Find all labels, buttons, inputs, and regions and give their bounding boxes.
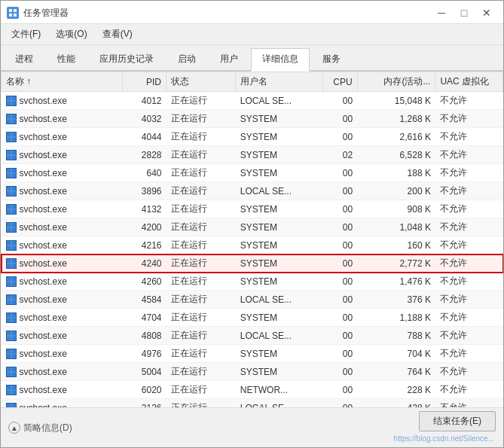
svg-rect-8 bbox=[7, 114, 11, 118]
brief-info-label[interactable]: 简略信息(D) bbox=[23, 422, 72, 434]
cell-user: LOCAL SE... bbox=[236, 399, 322, 408]
svg-rect-13 bbox=[12, 133, 16, 136]
col-header-status[interactable]: 状态 bbox=[166, 72, 236, 92]
cell-mem: 160 K bbox=[357, 236, 435, 254]
cell-status: 正在运行 bbox=[166, 327, 236, 345]
cell-name: svchost.exe bbox=[2, 146, 123, 164]
process-name: svchost.exe bbox=[20, 114, 67, 124]
svg-rect-46 bbox=[7, 282, 11, 286]
table-row[interactable]: svchost.exe640正在运行SYSTEM00188 K不允许 bbox=[2, 164, 503, 182]
svg-rect-14 bbox=[7, 138, 11, 142]
status-left: ▲ 简略信息(D) bbox=[8, 422, 72, 434]
cell-uac: 不允许 bbox=[435, 254, 503, 273]
col-header-name[interactable]: 名称 ↑ bbox=[2, 72, 123, 92]
cell-cpu: 00 bbox=[322, 309, 357, 327]
table-row[interactable]: svchost.exe4200正在运行SYSTEM001,048 K不允许 bbox=[2, 218, 503, 236]
table-row[interactable]: svchost.exe2136正在运行LOCAL SE...00428 K不允许 bbox=[2, 399, 503, 408]
process-icon bbox=[6, 331, 17, 341]
col-header-user[interactable]: 用户名 bbox=[236, 72, 322, 92]
table-row[interactable]: svchost.exe4044正在运行SYSTEM002,616 K不允许 bbox=[2, 128, 503, 146]
table-header: 名称 ↑ PID 状态 用户名 CPU 内存(活动... UAC 虚拟化 bbox=[2, 72, 503, 92]
svg-rect-28 bbox=[7, 205, 11, 209]
tab-进程[interactable]: 进程 bbox=[4, 48, 44, 70]
svg-rect-40 bbox=[7, 259, 11, 263]
table-row[interactable]: svchost.exe4704正在运行SYSTEM001,188 K不允许 bbox=[2, 309, 503, 327]
cell-status: 正在运行 bbox=[166, 92, 236, 110]
tab-详细信息[interactable]: 详细信息 bbox=[251, 48, 310, 72]
cell-mem: 6,528 K bbox=[357, 146, 435, 164]
table-row[interactable]: svchost.exe2828正在运行SYSTEM026,528 K不允许 bbox=[2, 146, 503, 164]
cell-pid: 4240 bbox=[123, 254, 166, 273]
svg-rect-22 bbox=[7, 174, 11, 178]
table-row[interactable]: svchost.exe4240正在运行SYSTEM002,772 K不允许 bbox=[2, 254, 503, 273]
table-row[interactable]: svchost.exe5004正在运行SYSTEM00764 K不允许 bbox=[2, 363, 503, 381]
tab-应用历史记录[interactable]: 应用历史记录 bbox=[88, 48, 165, 70]
tab-启动[interactable]: 启动 bbox=[166, 48, 207, 70]
table-row[interactable]: svchost.exe4012正在运行LOCAL SE...0015,048 K… bbox=[2, 92, 503, 110]
svg-rect-2 bbox=[9, 14, 12, 17]
process-name: svchost.exe bbox=[20, 132, 67, 142]
process-icon bbox=[6, 204, 17, 215]
cell-uac: 不允许 bbox=[435, 363, 503, 381]
col-header-uac[interactable]: UAC 虚拟化 bbox=[435, 72, 503, 92]
svg-rect-0 bbox=[9, 9, 12, 12]
cell-user: SYSTEM bbox=[236, 363, 322, 381]
table-row[interactable]: svchost.exe3896正在运行LOCAL SE...00200 K不允许 bbox=[2, 182, 503, 200]
process-name: svchost.exe bbox=[20, 385, 67, 395]
table-row[interactable]: svchost.exe4808正在运行LOCAL SE...00788 K不允许 bbox=[2, 327, 503, 345]
cell-name: svchost.exe bbox=[2, 218, 123, 236]
cell-cpu: 00 bbox=[322, 273, 357, 291]
svg-rect-57 bbox=[12, 331, 16, 335]
tab-服务[interactable]: 服务 bbox=[311, 48, 352, 70]
col-header-pid[interactable]: PID bbox=[123, 72, 166, 92]
cell-status: 正在运行 bbox=[166, 399, 236, 408]
table-row[interactable]: svchost.exe4032正在运行SYSTEM001,268 K不允许 bbox=[2, 110, 503, 128]
table-row[interactable]: svchost.exe4216正在运行SYSTEM00160 K不允许 bbox=[2, 236, 503, 254]
end-task-button[interactable]: 结束任务(E) bbox=[419, 411, 496, 431]
menu-item[interactable]: 文件(F) bbox=[4, 26, 48, 43]
cell-mem: 788 K bbox=[357, 327, 435, 345]
tab-用户[interactable]: 用户 bbox=[209, 48, 249, 70]
cell-user: SYSTEM bbox=[236, 273, 322, 291]
table-row[interactable]: svchost.exe6020正在运行NETWOR...00228 K不允许 bbox=[2, 381, 503, 399]
cell-name: svchost.exe bbox=[2, 182, 123, 200]
svg-rect-26 bbox=[7, 192, 11, 196]
tabs-bar: 进程性能应用历史记录启动用户详细信息服务 bbox=[1, 45, 503, 72]
expand-icon[interactable]: ▲ bbox=[8, 422, 20, 434]
col-header-mem[interactable]: 内存(活动... bbox=[357, 72, 435, 92]
close-button[interactable]: ✕ bbox=[476, 5, 497, 20]
menu-item[interactable]: 查看(V) bbox=[95, 26, 140, 43]
svg-rect-70 bbox=[7, 391, 11, 395]
menu-item[interactable]: 选项(O) bbox=[48, 26, 94, 43]
cell-name: svchost.exe bbox=[2, 309, 123, 327]
svg-rect-31 bbox=[12, 210, 16, 214]
table-row[interactable]: svchost.exe4976正在运行SYSTEM00704 K不允许 bbox=[2, 345, 503, 363]
cell-name: svchost.exe bbox=[2, 200, 123, 218]
cell-user: SYSTEM bbox=[236, 128, 322, 146]
process-name: svchost.exe bbox=[20, 312, 67, 323]
cell-name: svchost.exe bbox=[2, 110, 123, 128]
cell-status: 正在运行 bbox=[166, 236, 236, 254]
svg-rect-17 bbox=[12, 151, 16, 154]
svg-rect-44 bbox=[7, 277, 11, 281]
cell-pid: 2136 bbox=[123, 399, 166, 408]
cell-mem: 1,188 K bbox=[357, 309, 435, 327]
svg-rect-53 bbox=[12, 313, 16, 317]
table-row[interactable]: svchost.exe4584正在运行LOCAL SE...00376 K不允许 bbox=[2, 291, 503, 309]
col-header-cpu[interactable]: CPU bbox=[322, 72, 357, 92]
maximize-button[interactable]: □ bbox=[454, 5, 475, 20]
cell-user: SYSTEM bbox=[236, 309, 322, 327]
cell-uac: 不允许 bbox=[435, 182, 503, 200]
cell-mem: 188 K bbox=[357, 164, 435, 182]
svg-rect-38 bbox=[7, 246, 11, 250]
table-row[interactable]: svchost.exe4260正在运行SYSTEM001,476 K不允许 bbox=[2, 273, 503, 291]
cell-pid: 4132 bbox=[123, 200, 166, 218]
cell-name: svchost.exe bbox=[2, 128, 123, 146]
minimize-button[interactable]: ─ bbox=[431, 5, 452, 20]
svg-rect-34 bbox=[7, 228, 11, 232]
cell-user: SYSTEM bbox=[236, 254, 322, 273]
tab-性能[interactable]: 性能 bbox=[46, 48, 87, 70]
cell-mem: 376 K bbox=[357, 291, 435, 309]
table-container[interactable]: 名称 ↑ PID 状态 用户名 CPU 内存(活动... UAC 虚拟化 svc… bbox=[1, 72, 503, 407]
table-row[interactable]: svchost.exe4132正在运行SYSTEM00908 K不允许 bbox=[2, 200, 503, 218]
